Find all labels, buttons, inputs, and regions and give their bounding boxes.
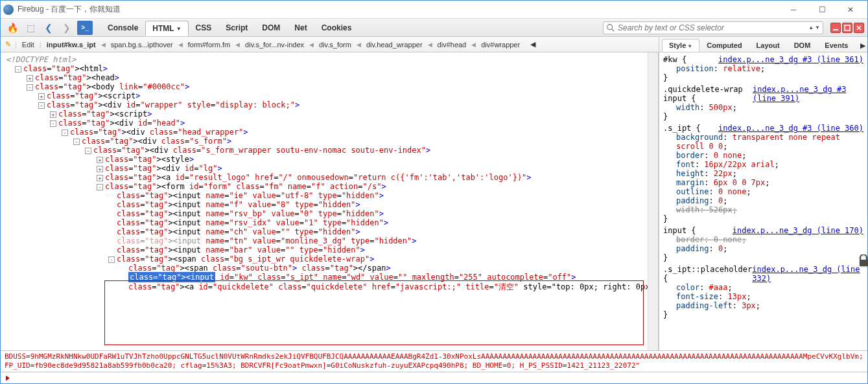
tree-node[interactable]: class="tag"><input name="ch" value="" ty… bbox=[6, 227, 653, 236]
edit-icon[interactable]: ✎ bbox=[1, 40, 15, 49]
toggle-icon[interactable]: + bbox=[97, 166, 103, 172]
svg-rect-6 bbox=[860, 260, 867, 266]
rule-source-link[interactable]: index.p...ne_3_dg (line 170) bbox=[733, 226, 863, 235]
firebug-menu-icon[interactable]: 🔥 bbox=[5, 21, 20, 35]
toggle-icon[interactable]: - bbox=[108, 256, 115, 263]
toggle-icon[interactable]: - bbox=[15, 66, 21, 73]
panel-tab-cookies[interactable]: Cookies bbox=[314, 20, 359, 36]
html-panel[interactable]: <!DOCTYPE html> -class="tag"><html>+clas… bbox=[1, 52, 659, 350]
toggle-icon[interactable]: - bbox=[97, 184, 103, 190]
toggle-icon[interactable]: - bbox=[62, 130, 68, 136]
toggle-icon[interactable]: - bbox=[50, 120, 56, 127]
breadcrumb-item[interactable]: div#head bbox=[432, 39, 472, 51]
search-input[interactable] bbox=[618, 23, 807, 32]
search-box[interactable]: ▲ ▼ bbox=[603, 21, 823, 34]
side-tab-style[interactable]: Style▼ bbox=[662, 39, 699, 52]
panel-tab-html[interactable]: HTML▼ bbox=[145, 21, 188, 36]
tree-node[interactable]: +class="tag"><script> bbox=[6, 109, 653, 119]
tree-node[interactable]: +class="tag"><a id="result_logo" href="/… bbox=[6, 173, 653, 182]
css-rules[interactable]: #kw {index.p...ne_3_dg #3 (line 361)posi… bbox=[659, 52, 867, 350]
tree-node[interactable]: +class="tag"><div id="lg"> bbox=[6, 164, 653, 173]
side-tab-dom[interactable]: DOM bbox=[787, 39, 818, 52]
tree-node[interactable]: -class="tag"><html> bbox=[6, 64, 653, 73]
tree-node[interactable]: -class="tag"><span class="bg s_ipt_wr qu… bbox=[6, 254, 653, 264]
tree-node[interactable]: class="tag"><input name="f" value="8" ty… bbox=[6, 200, 653, 209]
panel-tab-console[interactable]: Console bbox=[100, 20, 145, 36]
panel-tab-dom[interactable]: DOM bbox=[255, 20, 287, 36]
side-panel-tabs: Style▼ComputedLayoutDOMEvents ▶ bbox=[659, 37, 867, 52]
tree-node[interactable]: -class="tag"><div id="wrapper" style="di… bbox=[6, 100, 653, 109]
tree-node[interactable]: class="tag"><input name="tn" value="monl… bbox=[6, 236, 653, 245]
css-rule[interactable]: #kw {index.p...ne_3_dg #3 (line 361)posi… bbox=[663, 55, 863, 82]
toggle-icon[interactable]: - bbox=[27, 84, 33, 91]
forward-button[interactable]: ❯ bbox=[59, 21, 75, 35]
breadcrumb-item[interactable]: div.s_for...nv-index bbox=[240, 39, 309, 51]
command-line-icon[interactable]: >_ bbox=[77, 21, 93, 35]
breadcrumb-item[interactable]: div.head_wrapper bbox=[361, 39, 428, 51]
maximize-button[interactable]: ☐ bbox=[808, 2, 836, 17]
tree-node[interactable]: +class="tag"><script> bbox=[6, 91, 653, 100]
tree-node[interactable]: -class="tag"><div class="s_form_wrapper … bbox=[6, 146, 653, 155]
svg-rect-2 bbox=[833, 29, 838, 30]
panel-tab-net[interactable]: Net bbox=[287, 20, 314, 36]
panel-tab-css[interactable]: CSS bbox=[189, 20, 219, 36]
toggle-icon[interactable]: + bbox=[97, 175, 103, 181]
css-rule[interactable]: .s_ipt {index.p...ne_3_dg #3 (line 360)b… bbox=[663, 124, 863, 223]
command-line[interactable] bbox=[1, 372, 867, 383]
tree-node[interactable]: class="tag"><input name="rsv_idx" value=… bbox=[6, 218, 653, 227]
rule-source-link[interactable]: index.p...ne_3_dg (line 332) bbox=[752, 265, 863, 283]
toggle-icon[interactable]: - bbox=[38, 102, 45, 109]
tree-node[interactable]: class="tag"><input name="rsv_bp" value="… bbox=[6, 209, 653, 218]
toggle-icon[interactable]: - bbox=[85, 148, 91, 154]
breadcrumb-item[interactable]: div.s_form bbox=[314, 39, 357, 51]
css-rule[interactable]: .s_ipt::placeholder {index.p...ne_3_dg (… bbox=[663, 265, 863, 319]
side-more[interactable]: ▶ bbox=[855, 40, 868, 52]
chevron-down-icon[interactable]: ▲ bbox=[808, 25, 814, 30]
css-rule[interactable]: .quickdelete-wrap input {index.p...ne_3_… bbox=[663, 85, 863, 121]
tree-node[interactable]: -class="tag"><div id="head"> bbox=[6, 119, 653, 128]
tree-node[interactable]: +class="tag"><style> bbox=[6, 155, 653, 164]
doctype: <!DOCTYPE html> bbox=[6, 55, 76, 64]
tree-node[interactable]: class="tag"><input name="bar" value="" t… bbox=[6, 245, 653, 254]
breadcrumb-item[interactable]: form#form.fm bbox=[183, 39, 235, 51]
css-rule[interactable]: input {index.p...ne_3_dg (line 170)borde… bbox=[663, 226, 863, 262]
chevron-down-icon[interactable]: ▼ bbox=[815, 25, 820, 30]
side-tab-layout[interactable]: Layout bbox=[749, 39, 787, 52]
toggle-icon[interactable]: - bbox=[73, 139, 80, 145]
rule-source-link[interactable]: index.p...ne_3_dg #3 (line 391) bbox=[753, 85, 863, 103]
tree-node[interactable]: -class="tag"><div class="s_form"> bbox=[6, 137, 653, 146]
breadcrumb-item[interactable]: input#kw.s_ipt bbox=[41, 39, 101, 51]
tree-node[interactable]: class="tag"><span class="soutu-btn"> cla… bbox=[6, 264, 653, 273]
firebug-window: Firebug - 百度一下，你就知道 ─ ☐ ✕ 🔥 ⬚ ❮ ❯ >_ Con… bbox=[0, 0, 868, 384]
breadcrumb-more[interactable]: ◀ bbox=[525, 38, 541, 51]
tree-node[interactable]: class="tag"><a id="quickdelete" class="q… bbox=[6, 282, 653, 293]
tree-node[interactable]: -class="tag"><form id="form" class="fm" … bbox=[6, 182, 653, 191]
tree-node[interactable]: class="tag"><input id="kw" class="s_ipt"… bbox=[6, 273, 653, 282]
breadcrumb-item[interactable]: span.bg.s...ipthover bbox=[106, 39, 178, 51]
minimize-button[interactable]: ─ bbox=[779, 2, 808, 17]
tree-node[interactable]: -class="tag"><div class="head_wrapper"> bbox=[6, 128, 653, 137]
lock-icon bbox=[859, 254, 867, 267]
detach-panel-button[interactable] bbox=[842, 23, 852, 33]
close-button[interactable]: ✕ bbox=[836, 2, 865, 17]
toggle-icon[interactable]: + bbox=[38, 93, 45, 100]
rule-source-link[interactable]: index.p...ne_3_dg #3 (line 361) bbox=[718, 55, 863, 64]
close-panel-button[interactable] bbox=[854, 23, 864, 33]
tree-node[interactable]: +class="tag"><head> bbox=[6, 73, 653, 82]
inspect-icon[interactable]: ⬚ bbox=[23, 21, 38, 35]
svg-rect-3 bbox=[845, 25, 850, 30]
toggle-icon[interactable]: + bbox=[27, 75, 33, 82]
toggle-icon[interactable]: + bbox=[97, 157, 103, 163]
tree-node[interactable]: class="tag"><input name="ie" value="utf-… bbox=[6, 191, 653, 200]
edit-button[interactable]: Edit bbox=[17, 39, 40, 51]
breadcrumb-item[interactable]: div#wrapper bbox=[476, 39, 525, 51]
minimize-panel-button[interactable] bbox=[830, 23, 841, 33]
side-tab-events[interactable]: Events bbox=[817, 39, 855, 52]
panel-tab-script[interactable]: Script bbox=[218, 20, 255, 36]
breadcrumb-bar: ✎ | Edit | input#kw.s_ipt◀span.bg.s...ip… bbox=[1, 37, 659, 52]
rule-source-link[interactable]: index.p...ne_3_dg #3 (line 360) bbox=[718, 124, 863, 133]
tree-node[interactable]: -class="tag"><body link="#0000cc"> bbox=[6, 82, 653, 91]
side-tab-computed[interactable]: Computed bbox=[699, 39, 749, 52]
back-button[interactable]: ❮ bbox=[41, 21, 56, 35]
toggle-icon[interactable]: + bbox=[50, 111, 56, 118]
